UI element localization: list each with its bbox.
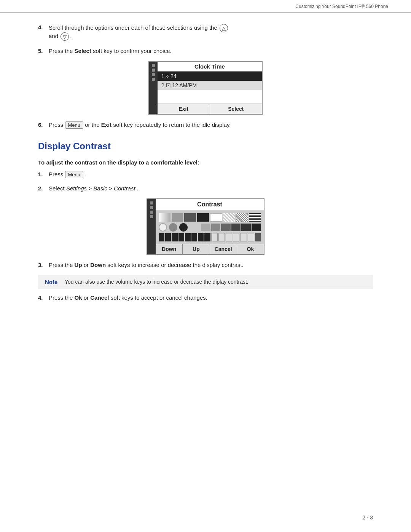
circle-2 (169, 223, 177, 232)
dc-step-3-text-before: Press the (49, 262, 73, 268)
grad-cell-3 (184, 213, 196, 222)
step-6-body: Press Menu or the Exit soft key repeated… (49, 121, 373, 129)
bar-2 (165, 233, 171, 241)
clock-screen: Clock Time 1.○ 24 2.☑ 12 AM/PM Exit Sele… (148, 61, 263, 115)
dc-step-2-italic: Settings > Basic > Contrast (66, 185, 135, 192)
side-dot-3 (152, 73, 155, 76)
cs-dot-4 (150, 215, 153, 218)
dc-step-1-body: Press Menu . (49, 171, 373, 178)
step-6-num: 6. (38, 121, 49, 128)
step-5-text-after: soft key to confirm your choice. (93, 48, 172, 54)
comb-6 (241, 224, 250, 231)
step-6-text-before: Press (49, 121, 63, 128)
clock-select-btn[interactable]: Select (210, 104, 262, 114)
contrast-footer: Down Up Cancel Ok (156, 244, 264, 254)
menu-key-2[interactable]: Menu (65, 171, 84, 178)
dc-step-1-num: 1. (38, 171, 49, 177)
side-dot-1 (152, 64, 155, 67)
dc-step-3: 3. Press the Up or Down soft keys to inc… (38, 262, 373, 268)
dc-step-4-num: 4. (38, 294, 49, 301)
clock-row-1: 1.○ 24 (158, 72, 262, 81)
contrast-title: Contrast (156, 199, 264, 210)
dc-step-4-text-mid: or (84, 294, 91, 301)
grad-cell-4 (197, 213, 209, 222)
clock-row-2-text: 2.☑ 12 AM/PM (161, 82, 197, 88)
dc-step-3-num: 3. (38, 262, 49, 268)
contrast-ok-btn[interactable]: Ok (237, 244, 264, 254)
page-header: Customizing Your SoundPoint IP® 560 Phon… (0, 0, 411, 13)
comb-2 (201, 224, 210, 231)
clock-row-1-text: 1.○ 24 (161, 73, 177, 79)
clock-screen-footer: Exit Select (158, 104, 262, 114)
grad-cell-7 (236, 213, 248, 222)
circle-3 (179, 223, 188, 232)
bar-9 (211, 233, 218, 241)
clock-screen-title: Clock Time (158, 62, 262, 72)
dc-step-2-body: Select Settings > Basic > Contrast . (49, 185, 373, 192)
bar-row (159, 233, 261, 241)
clock-row-empty (158, 90, 262, 104)
clock-screen-main: Clock Time 1.○ 24 2.☑ 12 AM/PM Exit Sele… (158, 62, 262, 114)
dc-step-4-body: Press the Ok or Cancel soft keys to acce… (49, 294, 373, 301)
step-5-bold: Select (75, 48, 91, 54)
dc-step-3-body: Press the Up or Down soft keys to increa… (49, 262, 373, 268)
bar-12 (233, 233, 239, 241)
comb-5 (231, 224, 241, 231)
bar-15 (255, 233, 261, 241)
contrast-screen: Contrast (147, 198, 264, 255)
bar-14 (248, 233, 254, 241)
cs-dot-2 (150, 206, 153, 209)
step-5-text: Press the (49, 48, 73, 54)
grad-cell-1 (159, 213, 170, 222)
bar-8 (204, 233, 210, 241)
circle-1 (159, 223, 167, 232)
dc-step-4-bold2: Cancel (90, 294, 109, 301)
comb-1 (191, 224, 200, 231)
dc-step-3-bold2: Down (90, 262, 106, 268)
clock-row-2: 2.☑ 12 AM/PM (158, 81, 262, 90)
arrow-up-icon: △ (220, 24, 228, 32)
step-6-text-end: soft key repeatedly to return to the idl… (113, 121, 231, 128)
contrast-cancel-btn[interactable]: Cancel (210, 244, 237, 254)
grad-cell-8 (249, 213, 261, 222)
side-dot-4 (152, 78, 155, 81)
contrast-up-btn[interactable]: Up (183, 244, 210, 254)
cs-dot-3 (150, 211, 153, 214)
dc-step-3-text-mid1: or (84, 262, 91, 268)
dc-step-4-bold1: Ok (75, 294, 82, 301)
bar-6 (191, 233, 197, 241)
note-label: Note (45, 279, 59, 285)
bar-1 (159, 233, 164, 241)
dc-step-2: 2. Select Settings > Basic > Contrast . (38, 185, 373, 192)
dc-step-1-text-after: . (85, 171, 86, 177)
step-4-num: 4. (38, 24, 49, 30)
step-5-num: 5. (38, 48, 49, 54)
bar-7 (198, 233, 204, 241)
bar-11 (226, 233, 232, 241)
bar-10 (218, 233, 225, 241)
contrast-gradient-row (156, 210, 264, 223)
bar-13 (240, 233, 247, 241)
bar-4 (178, 233, 184, 241)
dc-step-1: 1. Press Menu . (38, 171, 373, 178)
clock-exit-btn[interactable]: Exit (158, 104, 210, 114)
contrast-down-btn[interactable]: Down (156, 244, 183, 254)
circle-row (159, 223, 261, 232)
step-5-body: Press the Select soft key to confirm you… (49, 48, 373, 54)
main-content: 4. Scroll through the options under each… (0, 13, 411, 331)
display-contrast-heading: Display Contrast (38, 141, 373, 152)
arrow-down-icon: ▽ (61, 32, 69, 41)
contrast-side-bar (147, 199, 156, 254)
step-4: 4. Scroll through the options under each… (38, 24, 373, 41)
dc-step-3-text-mid2: soft keys to increase or decrease the di… (107, 262, 244, 268)
dc-step-1-text-before: Press (49, 171, 63, 177)
step-6: 6. Press Menu or the Exit soft key repea… (38, 121, 373, 129)
bar-3 (172, 233, 177, 241)
section-subheading: To adjust the contrast on the display to… (38, 159, 373, 166)
menu-key-1[interactable]: Menu (65, 121, 84, 129)
step-4-text-before: Scroll through the options under each of… (49, 24, 217, 31)
dc-step-4-text-before: Press the (49, 294, 73, 301)
cs-dot-1 (150, 201, 153, 204)
step-5: 5. Press the Select soft key to confirm … (38, 48, 373, 54)
note-box: Note You can also use the volume keys to… (38, 275, 373, 289)
